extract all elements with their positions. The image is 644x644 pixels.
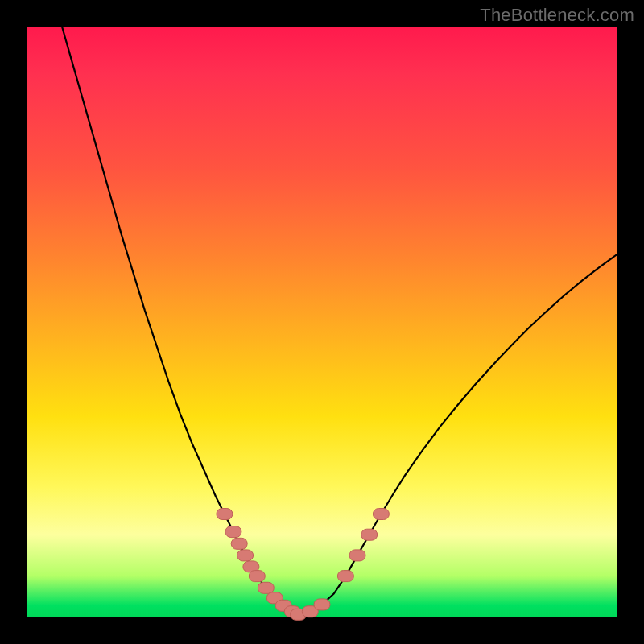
chart-plot-area bbox=[27, 27, 617, 617]
chart-stage: TheBottleneck.com bbox=[0, 0, 644, 644]
watermark-text: TheBottleneck.com bbox=[480, 5, 634, 26]
